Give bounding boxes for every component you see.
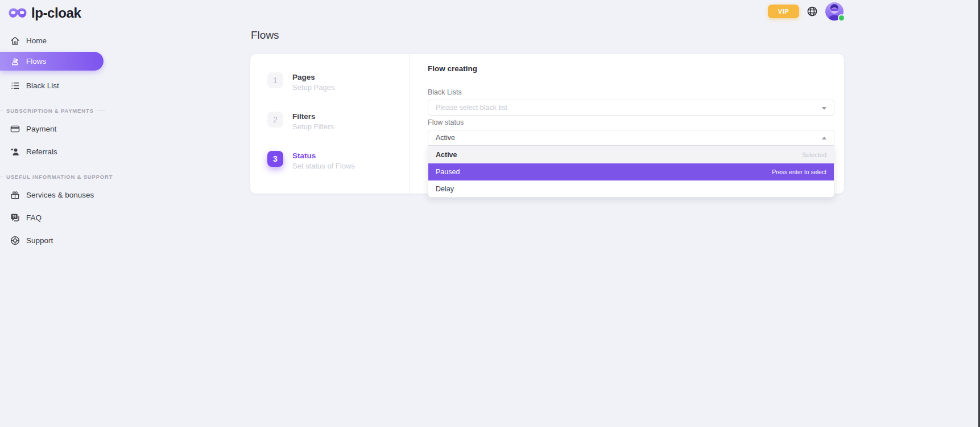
sidebar-section-subscription: SUBSCRIPTION & PAYMENTS: [0, 108, 114, 114]
flow-status-label: Flow status: [428, 118, 834, 126]
sidebar-item-flows[interactable]: Flows: [0, 52, 104, 71]
gift-icon: [10, 190, 20, 200]
sidebar-item-label: Referrals: [26, 147, 57, 156]
sidebar-item-faq[interactable]: ?! FAQ: [0, 208, 114, 227]
sidebar-item-referrals[interactable]: Referrals: [0, 142, 114, 161]
sidebar-section-support: USEFUL INFORMATION & SUPPORT: [0, 174, 114, 180]
globe-icon: [807, 6, 818, 17]
faq-bubble-icon: ?!: [10, 212, 20, 223]
flow-creating-form: Flow creating Black Lists Please select …: [410, 54, 844, 194]
lifebuoy-icon: [10, 235, 20, 246]
sidebar-item-support[interactable]: Support: [0, 231, 114, 250]
step-subtitle: Set status of Flows: [292, 162, 355, 170]
sidebar-item-black-list[interactable]: Black List: [0, 76, 114, 95]
option-hint: Selected: [802, 151, 826, 158]
sidebar-nav: Home Flows Bla: [0, 31, 114, 250]
language-globe-button[interactable]: [807, 6, 818, 17]
sidebar-item-label: Black List: [26, 81, 59, 90]
step-title: Pages: [292, 72, 334, 81]
sidebar-item-home[interactable]: Home: [0, 31, 114, 50]
page-title: Flows: [251, 29, 279, 42]
flows-stack-icon: [10, 56, 20, 67]
flow-status-select[interactable]: Active: [428, 130, 834, 146]
app-logo[interactable]: lp-cloak: [0, 0, 114, 21]
black-lists-label: Black Lists: [428, 88, 834, 96]
chevron-down-icon: [822, 107, 826, 110]
mask-logo-icon: [8, 6, 27, 20]
sidebar-item-payment[interactable]: Payment: [0, 119, 114, 138]
sidebar-item-services[interactable]: Services & bonuses: [0, 185, 114, 204]
sidebar: lp-cloak Home Flows: [0, 0, 114, 427]
sidebar-item-label: FAQ: [26, 214, 42, 222]
step-number-badge: 1: [267, 72, 283, 88]
online-status-dot: [839, 15, 844, 20]
step-title: Filters: [292, 112, 334, 121]
step-pages[interactable]: 1 Pages Setup Pages: [267, 72, 409, 92]
option-hint: Press enter to select: [772, 169, 826, 175]
black-lists-placeholder: Please select black list: [436, 104, 507, 112]
app-title: lp-cloak: [31, 5, 81, 21]
credit-card-icon: [10, 124, 20, 134]
step-subtitle: Setup Pages: [292, 83, 334, 92]
list-icon: [10, 80, 20, 91]
home-icon: [10, 35, 20, 46]
form-title: Flow creating: [428, 64, 834, 73]
step-title: Status: [292, 151, 355, 160]
vip-button[interactable]: VIP: [768, 5, 799, 18]
step-number-badge: 2: [267, 112, 283, 128]
sidebar-item-label: Payment: [26, 125, 56, 133]
flow-status-dropdown: Active Selected Paused Press enter to se…: [428, 146, 834, 198]
black-lists-select[interactable]: Please select black list: [428, 100, 834, 116]
dropdown-option-active[interactable]: Active Selected: [428, 146, 834, 163]
dropdown-option-delay[interactable]: Delay: [428, 180, 834, 197]
sidebar-item-label: Flows: [26, 57, 46, 65]
wizard-stepper: 1 Pages Setup Pages 2 Filters Setup Filt…: [250, 54, 410, 194]
dropdown-option-paused[interactable]: Paused Press enter to select: [428, 163, 834, 180]
header-controls: VIP: [768, 2, 843, 21]
chevron-up-icon: [822, 137, 826, 139]
step-filters[interactable]: 2 Filters Setup Filters: [267, 112, 409, 131]
svg-text:?!: ?!: [13, 214, 16, 219]
flow-status-value: Active: [436, 134, 455, 142]
step-number-badge: 3: [267, 151, 283, 167]
sidebar-item-label: Support: [26, 236, 53, 245]
flow-wizard-card: 1 Pages Setup Pages 2 Filters Setup Filt…: [250, 54, 844, 194]
sidebar-item-label: Services & bonuses: [26, 191, 94, 199]
referral-user-icon: [10, 146, 20, 157]
step-status[interactable]: 3 Status Set status of Flows: [267, 151, 409, 170]
sidebar-item-label: Home: [26, 36, 47, 45]
step-subtitle: Setup Filters: [292, 122, 334, 131]
user-avatar[interactable]: [825, 2, 843, 20]
